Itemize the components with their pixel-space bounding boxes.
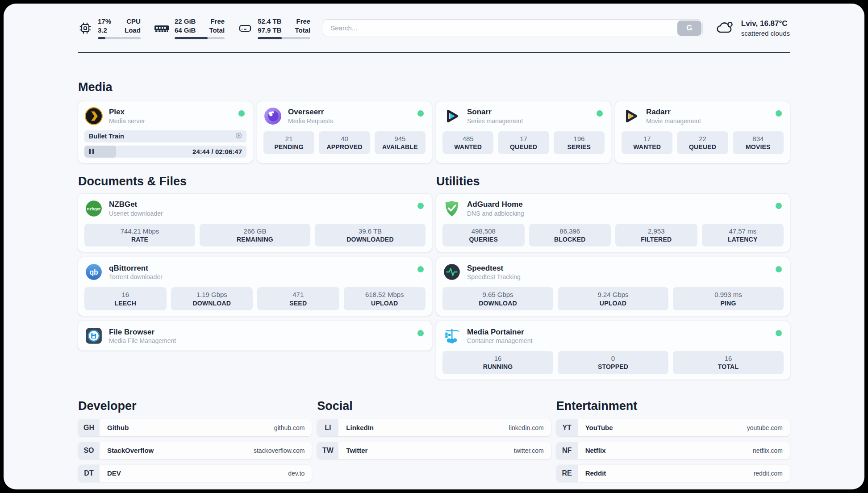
ram-metric: 22 GiB64 GiB FreeTotal	[154, 17, 225, 39]
bookmark-netflix[interactable]: NF Netflix netflix.com	[556, 442, 790, 459]
stat-rate: 744.21 MbpsRATE	[84, 224, 195, 247]
overseerr-icon	[263, 107, 282, 125]
app-name: NZBGet	[109, 200, 163, 209]
app-subtitle: Series management	[467, 117, 523, 125]
disk-total-label: Total	[295, 26, 310, 35]
app-card-plex[interactable]: Plex Media server Bullet Train 24:44 / 0…	[78, 101, 253, 163]
cpu-progress-bar	[98, 37, 141, 39]
search-bar: G	[323, 19, 703, 37]
stat-total: 16TOTAL	[673, 351, 784, 374]
documents-column: Documents & Files nzbget NZBGet Usenet d…	[78, 175, 432, 380]
stat-filtered: 2,953FILTERED	[615, 224, 697, 247]
ram-total-label: Total	[209, 26, 225, 35]
app-name: Speedtest	[467, 263, 521, 273]
status-dot	[597, 110, 603, 117]
dashboard-page: 17%3.2 CPULoad	[4, 4, 864, 489]
header-divider	[78, 52, 790, 53]
app-subtitle: Usenet downloader	[109, 210, 163, 217]
now-playing-row: Bullet Train	[84, 130, 246, 142]
status-dot	[417, 330, 424, 336]
bookmark-name: StackOverflow	[107, 447, 154, 454]
bookmark-abbr: NF	[556, 442, 578, 459]
status-dot	[776, 203, 782, 209]
bookmark-url: stackoverflow.com	[254, 447, 305, 454]
app-subtitle: Torrent downloader	[109, 273, 163, 280]
weather-condition: scattered clouds	[741, 29, 790, 37]
app-name: File Browser	[109, 327, 176, 337]
stat-wanted: 485WANTED	[442, 131, 493, 155]
bookmark-abbr: LI	[317, 419, 338, 436]
speedtest-icon	[442, 263, 461, 281]
bookmark-group-entertainment: Entertainment YT YouTube youtube.com NF …	[556, 399, 790, 488]
utilities-column: Utilities	[436, 175, 790, 380]
bookmark-abbr: RE	[556, 465, 578, 482]
cpu-load-label: Load	[125, 26, 141, 35]
plex-icon	[84, 107, 103, 125]
app-card-nzbget[interactable]: nzbget NZBGet Usenet downloader 744.21 M…	[78, 194, 432, 252]
status-dot	[776, 330, 782, 336]
disk-icon	[238, 21, 252, 35]
header: 17%3.2 CPULoad	[78, 4, 790, 39]
bookmark-name: LinkedIn	[346, 424, 374, 431]
stat-remaining: 266 GBREMAINING	[200, 224, 310, 247]
qbittorrent-icon: qb	[84, 263, 103, 281]
app-name: Sonarr	[467, 107, 523, 117]
weather-widget: Lviv, 16.87°C scattered clouds	[715, 18, 790, 38]
stat-queued: 17QUEUED	[498, 131, 549, 155]
bookmark-youtube[interactable]: YT YouTube youtube.com	[556, 419, 790, 436]
stat-stopped: 0STOPPED	[558, 351, 668, 374]
app-name: Plex	[109, 107, 145, 117]
bookmark-stackoverflow[interactable]: SO StackOverflow stackoverflow.com	[78, 442, 312, 459]
app-card-adguard[interactable]: AdGuard Home DNS and adblocking 498,508Q…	[436, 194, 790, 252]
stat-downloaded: 39.6 TBDOWNLOADED	[315, 224, 426, 247]
bookmark-url: linkedin.com	[509, 424, 544, 431]
search-input[interactable]	[323, 19, 703, 37]
bookmark-linkedin[interactable]: LI LinkedIn linkedin.com	[317, 419, 551, 436]
bookmark-url: dev.to	[288, 470, 305, 477]
bookmark-abbr: DT	[78, 465, 100, 482]
bookmark-group-social: Social LI LinkedIn linkedin.com TW Twitt…	[317, 399, 551, 488]
app-card-speedtest[interactable]: Speedtest Speedtest Tracking 9.65 GbpsDO…	[436, 257, 790, 316]
status-dot	[417, 203, 424, 209]
section-title-entertainment: Entertainment	[556, 399, 790, 413]
search-engine-button[interactable]: G	[677, 21, 701, 36]
cpu-label: CPU	[126, 17, 141, 26]
app-name: AdGuard Home	[467, 200, 524, 209]
ram-free-label: Free	[210, 17, 225, 26]
pause-button[interactable]	[89, 146, 94, 158]
disk-progress-bar	[258, 37, 310, 39]
weather-location-temp: Lviv, 16.87°C	[741, 19, 790, 28]
bookmark-abbr: SO	[78, 442, 100, 459]
stat-queued: 22QUEUED	[677, 131, 728, 155]
app-card-qbittorrent[interactable]: qb qBittorrent Torrent downloader 16LEEC…	[78, 257, 432, 316]
stat-queries: 498,508QUERIES	[442, 224, 525, 247]
nzbget-icon: nzbget	[84, 199, 103, 218]
bookmark-abbr: YT	[556, 419, 578, 436]
bookmark-url: youtube.com	[747, 424, 783, 431]
bookmark-name: Github	[107, 424, 129, 431]
app-card-radarr[interactable]: Radarr Movie management 17WANTED 22QUEUE…	[615, 101, 790, 163]
playback-progress-bar[interactable]: 24:44 / 02:06:47	[84, 146, 246, 158]
app-subtitle: Container management	[467, 337, 532, 344]
disk-metric: 52.4 TB97.9 TB FreeTotal	[238, 17, 310, 39]
status-dot	[776, 110, 782, 117]
app-card-sonarr[interactable]: Sonarr Series management 485WANTED 17QUE…	[436, 101, 611, 163]
stat-ping: 0.993 msPING	[673, 287, 784, 310]
bookmark-url: netflix.com	[753, 447, 783, 454]
bookmark-name: Netflix	[585, 447, 606, 454]
now-playing-title: Bullet Train	[89, 133, 124, 140]
disk-free-value: 52.4 TB	[258, 17, 281, 26]
bookmark-reddit[interactable]: RE Reddit reddit.com	[556, 465, 790, 482]
cpu-usage: 17%	[98, 17, 111, 26]
app-card-portainer[interactable]: Media Portainer Container management 16R…	[436, 321, 790, 380]
app-card-overseerr[interactable]: Overseerr Media Requests 21PENDING 40APP…	[257, 101, 432, 163]
app-subtitle: Media server	[109, 117, 145, 125]
disk-free-label: Free	[296, 17, 311, 26]
bookmark-dev[interactable]: DT DEV dev.to	[78, 465, 312, 482]
session-icon[interactable]	[235, 132, 242, 140]
ram-total-value: 64 GiB	[175, 26, 196, 35]
bookmark-twitter[interactable]: TW Twitter twitter.com	[317, 442, 551, 459]
app-card-filebrowser[interactable]: File Browser Media File Management	[78, 321, 432, 351]
app-name: Overseerr	[288, 107, 333, 117]
bookmark-github[interactable]: GH Github github.com	[78, 419, 312, 436]
